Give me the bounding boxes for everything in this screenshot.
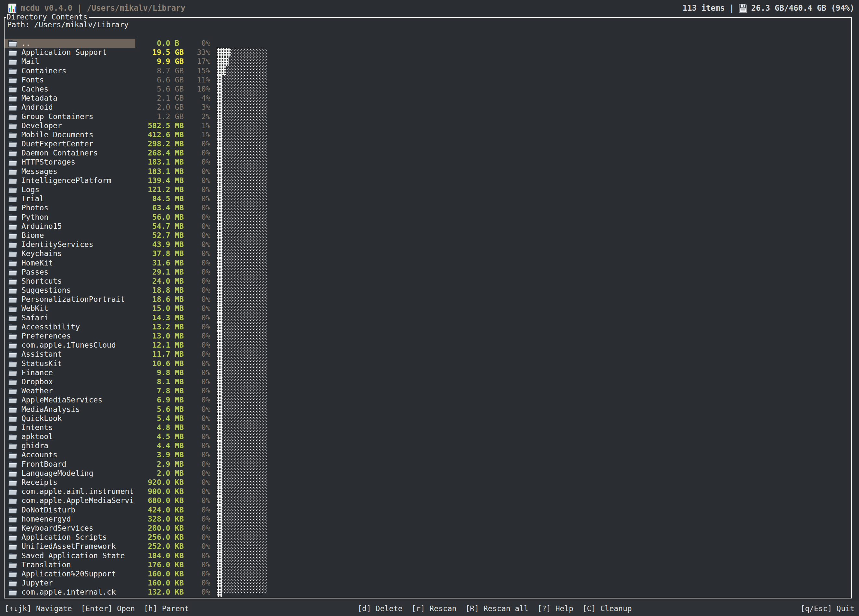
directory-size: 43.9MB (135, 240, 184, 249)
directory-row[interactable]: DoNotDisturb 424.0KB 0% (5, 505, 851, 515)
directory-row[interactable]: AppleMediaServices 6.9MB 0% (5, 395, 851, 404)
size-unit: KB (175, 533, 184, 542)
directory-row[interactable]: Developer 582.5MB 1% (5, 121, 851, 130)
directory-row[interactable]: Application Support 19.5GB 33% (5, 48, 851, 57)
size-unit: MB (175, 331, 184, 340)
directory-size: 183.1MB (135, 158, 184, 167)
directory-row[interactable]: Accessibility 13.2MB 0% (5, 322, 851, 331)
directory-size: 5.6MB (135, 405, 184, 414)
directory-row[interactable]: Accounts 3.9MB 0% (5, 450, 851, 459)
directory-row[interactable]: IntelligencePlatform 139.4MB 0% (5, 176, 851, 185)
directory-size: 268.4MB (135, 148, 184, 158)
directory-row[interactable]: Logs 121.2MB 0% (5, 185, 851, 194)
folder-icon (8, 194, 17, 203)
directory-row[interactable]: Application Scripts 256.0KB 0% (5, 533, 851, 542)
directory-row[interactable]: QuickLook 5.4MB 0% (5, 414, 851, 423)
directory-row[interactable]: Suggestions 18.8MB 0% (5, 285, 851, 295)
directory-row[interactable]: com.apple.iTunesCloud 12.1MB 0% (5, 340, 851, 349)
directory-row[interactable]: com.apple.AppleMediaServi 680.0KB 0% (5, 496, 851, 505)
directory-row[interactable]: Application%20Support 160.0KB 0% (5, 569, 851, 579)
directory-row[interactable]: Messages 183.1MB 0% (5, 167, 851, 176)
directory-row[interactable]: Finance 9.8MB 0% (5, 368, 851, 377)
directory-size: 176.0KB (135, 560, 184, 569)
directory-row[interactable]: com.apple.aiml.instrument 900.0KB 0% (5, 487, 851, 496)
directory-row[interactable]: homeenergyd 328.0KB 0% (5, 515, 851, 524)
directory-size: 14.3MB (135, 313, 184, 322)
directory-row[interactable]: WebKit 15.0MB 0% (5, 304, 851, 313)
folder-icon (8, 313, 17, 322)
directory-row[interactable]: Dropbox 8.1MB 0% (5, 377, 851, 386)
directory-row[interactable]: HomeKit 31.6MB 0% (5, 258, 851, 267)
directory-percent: 0% (184, 423, 210, 432)
directory-row[interactable]: Trial 84.5MB 0% (5, 194, 851, 203)
folder-icon (8, 588, 17, 596)
directory-row[interactable]: ghidra 4.4MB 0% (5, 441, 851, 450)
usage-bar (217, 341, 222, 350)
directory-size: 3.9MB (135, 450, 184, 459)
directory-row[interactable]: Mail 9.9GB 17% (5, 57, 851, 66)
usage-bar (217, 396, 222, 405)
folder-icon (8, 332, 17, 340)
size-unit: MB (175, 130, 184, 139)
directory-row[interactable]: Safari 14.3MB 0% (5, 313, 851, 322)
directory-row[interactable]: StatusKit 10.6MB 0% (5, 359, 851, 368)
directory-row[interactable]: Weather 7.8MB 0% (5, 386, 851, 395)
directory-percent: 0% (184, 176, 210, 185)
directory-row[interactable]: Biome 52.7MB 0% (5, 231, 851, 240)
directory-row[interactable]: Mobile Documents 412.6MB 1% (5, 130, 851, 139)
directory-row[interactable]: .. 0.0B 0% (5, 39, 851, 48)
directory-percent: 0% (184, 322, 210, 331)
directory-row[interactable]: com.apple.internal.ck 132.0KB 0% (5, 588, 851, 597)
directory-row[interactable]: Group Containers 1.2GB 2% (5, 112, 851, 121)
directory-name: com.apple.iTunesCloud (22, 340, 135, 349)
directory-row[interactable]: Photos 63.4MB 0% (5, 203, 851, 212)
directory-row[interactable]: Daemon Containers 268.4MB 0% (5, 148, 851, 158)
directory-name: com.apple.internal.ck (22, 588, 135, 597)
directory-row[interactable]: PersonalizationPortrait 18.6MB 0% (5, 295, 851, 304)
directory-percent: 0% (184, 377, 210, 386)
directory-row[interactable]: Caches 5.6GB 10% (5, 84, 851, 94)
directory-row[interactable]: Passes 29.1MB 0% (5, 267, 851, 276)
directory-size: 2.0MB (135, 469, 184, 478)
directory-size: 328.0KB (135, 515, 184, 524)
directory-row[interactable]: Assistant 11.7MB 0% (5, 349, 851, 359)
directory-row[interactable]: Intents 4.8MB 0% (5, 423, 851, 432)
directory-row[interactable]: IdentityServices 43.9MB 0% (5, 240, 851, 249)
directory-row[interactable]: Jupyter 160.0KB 0% (5, 579, 851, 588)
usage-bar (217, 469, 222, 478)
directory-row[interactable]: Python 56.0MB 0% (5, 212, 851, 221)
directory-size: 12.1MB (135, 340, 184, 349)
size-value: 160.0 (148, 579, 170, 588)
directory-row[interactable]: Fonts 6.6GB 11% (5, 75, 851, 84)
directory-row[interactable]: Metadata 2.1GB 4% (5, 94, 851, 103)
directory-size: 900.0KB (135, 487, 184, 496)
directory-row[interactable]: UnifiedAssetFramework 252.0KB 0% (5, 542, 851, 551)
directory-name: Weather (22, 386, 135, 395)
floppy-disk-icon (739, 3, 747, 13)
directory-row[interactable]: Translation 176.0KB 0% (5, 560, 851, 569)
directory-row[interactable]: DuetExpertCenter 298.2MB 0% (5, 139, 851, 148)
directory-row[interactable]: Shortcuts 24.0MB 0% (5, 276, 851, 285)
directory-row[interactable]: LanguageModeling 2.0MB 0% (5, 469, 851, 478)
directory-name: KeyboardServices (22, 524, 135, 533)
directory-row[interactable]: KeyboardServices 280.0KB 0% (5, 524, 851, 533)
size-value: 15.0 (152, 304, 170, 313)
folder-icon (8, 405, 17, 413)
directory-row[interactable]: Saved Application State 184.0KB 0% (5, 551, 851, 560)
directory-row[interactable]: Receipts 920.0KB 0% (5, 478, 851, 487)
size-unit: MB (175, 469, 184, 478)
directory-row[interactable]: apktool 4.5MB 0% (5, 432, 851, 441)
directory-row[interactable]: Arduino15 54.7MB 0% (5, 221, 851, 231)
usage-bar (217, 588, 222, 597)
usage-bar (217, 331, 222, 340)
directory-row[interactable]: Keychains 37.8MB 0% (5, 249, 851, 258)
directory-percent: 0% (184, 405, 210, 414)
directory-row[interactable]: Preferences 13.0MB 0% (5, 331, 851, 340)
directory-row[interactable]: MediaAnalysis 5.6MB 0% (5, 405, 851, 414)
directory-row[interactable]: Containers 8.7GB 15% (5, 66, 851, 75)
directory-row[interactable]: FrontBoard 2.9MB 0% (5, 460, 851, 469)
directory-row[interactable]: HTTPStorages 183.1MB 0% (5, 158, 851, 167)
directory-name: Shortcuts (22, 276, 135, 285)
directory-row[interactable]: Android 2.0GB 3% (5, 103, 851, 112)
size-value: 18.6 (152, 295, 170, 304)
